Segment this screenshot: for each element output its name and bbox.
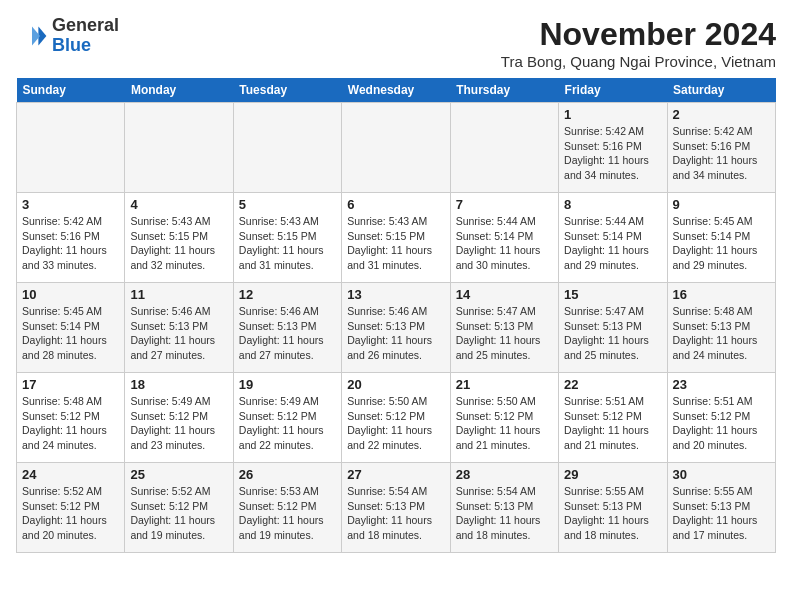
month-title: November 2024 bbox=[501, 16, 776, 53]
day-number: 24 bbox=[22, 467, 119, 482]
logo: General Blue bbox=[16, 16, 119, 56]
calendar-day-18: 18Sunrise: 5:49 AM Sunset: 5:12 PM Dayli… bbox=[125, 373, 233, 463]
day-number: 9 bbox=[673, 197, 770, 212]
day-info: Sunrise: 5:47 AM Sunset: 5:13 PM Dayligh… bbox=[456, 304, 553, 363]
weekday-header-thursday: Thursday bbox=[450, 78, 558, 103]
day-number: 28 bbox=[456, 467, 553, 482]
calendar-day-29: 29Sunrise: 5:55 AM Sunset: 5:13 PM Dayli… bbox=[559, 463, 667, 553]
calendar-day-15: 15Sunrise: 5:47 AM Sunset: 5:13 PM Dayli… bbox=[559, 283, 667, 373]
calendar-day-12: 12Sunrise: 5:46 AM Sunset: 5:13 PM Dayli… bbox=[233, 283, 341, 373]
day-info: Sunrise: 5:55 AM Sunset: 5:13 PM Dayligh… bbox=[564, 484, 661, 543]
page-header: General Blue November 2024 Tra Bong, Qua… bbox=[16, 16, 776, 70]
calendar-day-8: 8Sunrise: 5:44 AM Sunset: 5:14 PM Daylig… bbox=[559, 193, 667, 283]
day-info: Sunrise: 5:46 AM Sunset: 5:13 PM Dayligh… bbox=[347, 304, 444, 363]
calendar-day-7: 7Sunrise: 5:44 AM Sunset: 5:14 PM Daylig… bbox=[450, 193, 558, 283]
calendar-table: SundayMondayTuesdayWednesdayThursdayFrid… bbox=[16, 78, 776, 553]
day-info: Sunrise: 5:43 AM Sunset: 5:15 PM Dayligh… bbox=[130, 214, 227, 273]
calendar-empty-cell bbox=[17, 103, 125, 193]
day-info: Sunrise: 5:47 AM Sunset: 5:13 PM Dayligh… bbox=[564, 304, 661, 363]
calendar-empty-cell bbox=[450, 103, 558, 193]
calendar-day-21: 21Sunrise: 5:50 AM Sunset: 5:12 PM Dayli… bbox=[450, 373, 558, 463]
day-info: Sunrise: 5:51 AM Sunset: 5:12 PM Dayligh… bbox=[673, 394, 770, 453]
calendar-day-20: 20Sunrise: 5:50 AM Sunset: 5:12 PM Dayli… bbox=[342, 373, 450, 463]
day-number: 1 bbox=[564, 107, 661, 122]
logo-text: General Blue bbox=[52, 16, 119, 56]
day-number: 12 bbox=[239, 287, 336, 302]
day-info: Sunrise: 5:50 AM Sunset: 5:12 PM Dayligh… bbox=[456, 394, 553, 453]
day-info: Sunrise: 5:44 AM Sunset: 5:14 PM Dayligh… bbox=[564, 214, 661, 273]
location-subtitle: Tra Bong, Quang Ngai Province, Vietnam bbox=[501, 53, 776, 70]
day-number: 8 bbox=[564, 197, 661, 212]
day-number: 14 bbox=[456, 287, 553, 302]
calendar-week-row: 24Sunrise: 5:52 AM Sunset: 5:12 PM Dayli… bbox=[17, 463, 776, 553]
calendar-day-9: 9Sunrise: 5:45 AM Sunset: 5:14 PM Daylig… bbox=[667, 193, 775, 283]
weekday-header-sunday: Sunday bbox=[17, 78, 125, 103]
calendar-empty-cell bbox=[125, 103, 233, 193]
day-info: Sunrise: 5:42 AM Sunset: 5:16 PM Dayligh… bbox=[673, 124, 770, 183]
calendar-day-14: 14Sunrise: 5:47 AM Sunset: 5:13 PM Dayli… bbox=[450, 283, 558, 373]
calendar-day-3: 3Sunrise: 5:42 AM Sunset: 5:16 PM Daylig… bbox=[17, 193, 125, 283]
day-number: 27 bbox=[347, 467, 444, 482]
calendar-day-4: 4Sunrise: 5:43 AM Sunset: 5:15 PM Daylig… bbox=[125, 193, 233, 283]
title-block: November 2024 Tra Bong, Quang Ngai Provi… bbox=[501, 16, 776, 70]
day-info: Sunrise: 5:43 AM Sunset: 5:15 PM Dayligh… bbox=[239, 214, 336, 273]
day-info: Sunrise: 5:42 AM Sunset: 5:16 PM Dayligh… bbox=[564, 124, 661, 183]
calendar-week-row: 17Sunrise: 5:48 AM Sunset: 5:12 PM Dayli… bbox=[17, 373, 776, 463]
day-number: 11 bbox=[130, 287, 227, 302]
calendar-day-19: 19Sunrise: 5:49 AM Sunset: 5:12 PM Dayli… bbox=[233, 373, 341, 463]
day-number: 18 bbox=[130, 377, 227, 392]
logo-icon bbox=[16, 20, 48, 52]
weekday-header-wednesday: Wednesday bbox=[342, 78, 450, 103]
weekday-header-tuesday: Tuesday bbox=[233, 78, 341, 103]
calendar-empty-cell bbox=[342, 103, 450, 193]
calendar-week-row: 1Sunrise: 5:42 AM Sunset: 5:16 PM Daylig… bbox=[17, 103, 776, 193]
day-info: Sunrise: 5:54 AM Sunset: 5:13 PM Dayligh… bbox=[347, 484, 444, 543]
day-number: 29 bbox=[564, 467, 661, 482]
calendar-empty-cell bbox=[233, 103, 341, 193]
day-info: Sunrise: 5:42 AM Sunset: 5:16 PM Dayligh… bbox=[22, 214, 119, 273]
day-info: Sunrise: 5:46 AM Sunset: 5:13 PM Dayligh… bbox=[130, 304, 227, 363]
calendar-day-26: 26Sunrise: 5:53 AM Sunset: 5:12 PM Dayli… bbox=[233, 463, 341, 553]
calendar-day-22: 22Sunrise: 5:51 AM Sunset: 5:12 PM Dayli… bbox=[559, 373, 667, 463]
day-number: 23 bbox=[673, 377, 770, 392]
day-number: 30 bbox=[673, 467, 770, 482]
calendar-day-6: 6Sunrise: 5:43 AM Sunset: 5:15 PM Daylig… bbox=[342, 193, 450, 283]
day-number: 6 bbox=[347, 197, 444, 212]
calendar-day-13: 13Sunrise: 5:46 AM Sunset: 5:13 PM Dayli… bbox=[342, 283, 450, 373]
day-info: Sunrise: 5:55 AM Sunset: 5:13 PM Dayligh… bbox=[673, 484, 770, 543]
calendar-week-row: 3Sunrise: 5:42 AM Sunset: 5:16 PM Daylig… bbox=[17, 193, 776, 283]
day-info: Sunrise: 5:49 AM Sunset: 5:12 PM Dayligh… bbox=[239, 394, 336, 453]
day-number: 5 bbox=[239, 197, 336, 212]
day-number: 21 bbox=[456, 377, 553, 392]
calendar-day-16: 16Sunrise: 5:48 AM Sunset: 5:13 PM Dayli… bbox=[667, 283, 775, 373]
day-number: 17 bbox=[22, 377, 119, 392]
calendar-week-row: 10Sunrise: 5:45 AM Sunset: 5:14 PM Dayli… bbox=[17, 283, 776, 373]
day-number: 20 bbox=[347, 377, 444, 392]
day-info: Sunrise: 5:45 AM Sunset: 5:14 PM Dayligh… bbox=[22, 304, 119, 363]
day-number: 7 bbox=[456, 197, 553, 212]
day-number: 19 bbox=[239, 377, 336, 392]
calendar-day-1: 1Sunrise: 5:42 AM Sunset: 5:16 PM Daylig… bbox=[559, 103, 667, 193]
day-number: 2 bbox=[673, 107, 770, 122]
calendar-header-row: SundayMondayTuesdayWednesdayThursdayFrid… bbox=[17, 78, 776, 103]
calendar-body: 1Sunrise: 5:42 AM Sunset: 5:16 PM Daylig… bbox=[17, 103, 776, 553]
calendar-day-2: 2Sunrise: 5:42 AM Sunset: 5:16 PM Daylig… bbox=[667, 103, 775, 193]
day-number: 3 bbox=[22, 197, 119, 212]
day-number: 25 bbox=[130, 467, 227, 482]
day-number: 4 bbox=[130, 197, 227, 212]
calendar-day-25: 25Sunrise: 5:52 AM Sunset: 5:12 PM Dayli… bbox=[125, 463, 233, 553]
day-info: Sunrise: 5:50 AM Sunset: 5:12 PM Dayligh… bbox=[347, 394, 444, 453]
calendar-day-10: 10Sunrise: 5:45 AM Sunset: 5:14 PM Dayli… bbox=[17, 283, 125, 373]
day-number: 15 bbox=[564, 287, 661, 302]
day-number: 22 bbox=[564, 377, 661, 392]
calendar-day-30: 30Sunrise: 5:55 AM Sunset: 5:13 PM Dayli… bbox=[667, 463, 775, 553]
day-info: Sunrise: 5:51 AM Sunset: 5:12 PM Dayligh… bbox=[564, 394, 661, 453]
calendar-day-27: 27Sunrise: 5:54 AM Sunset: 5:13 PM Dayli… bbox=[342, 463, 450, 553]
day-info: Sunrise: 5:52 AM Sunset: 5:12 PM Dayligh… bbox=[22, 484, 119, 543]
day-number: 26 bbox=[239, 467, 336, 482]
day-info: Sunrise: 5:54 AM Sunset: 5:13 PM Dayligh… bbox=[456, 484, 553, 543]
weekday-header-saturday: Saturday bbox=[667, 78, 775, 103]
day-info: Sunrise: 5:49 AM Sunset: 5:12 PM Dayligh… bbox=[130, 394, 227, 453]
day-info: Sunrise: 5:48 AM Sunset: 5:12 PM Dayligh… bbox=[22, 394, 119, 453]
calendar-day-24: 24Sunrise: 5:52 AM Sunset: 5:12 PM Dayli… bbox=[17, 463, 125, 553]
